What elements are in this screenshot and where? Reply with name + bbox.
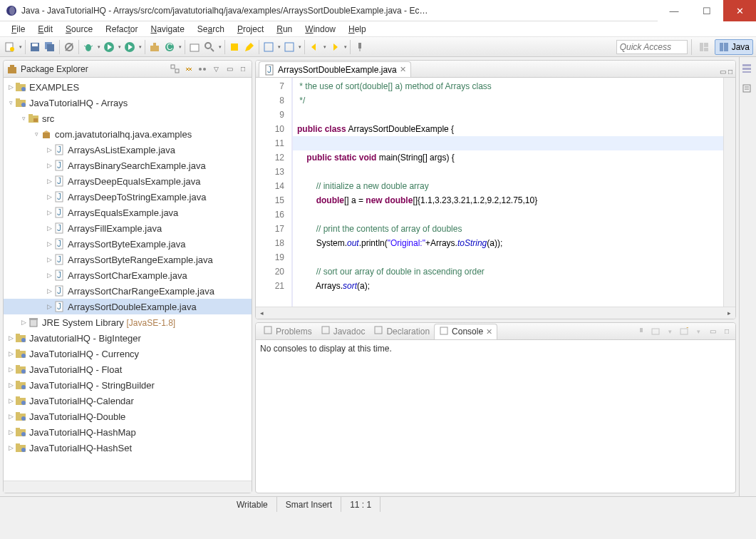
tree-item[interactable]: ▿com.javatutorialhq.java.examples xyxy=(4,126,252,142)
edit-button[interactable] xyxy=(242,39,257,55)
close-tab-button[interactable]: ✕ xyxy=(486,327,492,337)
run-button[interactable] xyxy=(102,39,116,55)
tree-item[interactable]: ▷JArraysAsListExample.java xyxy=(4,142,252,158)
tab-console[interactable]: Console✕ xyxy=(434,324,497,339)
tree-twisty[interactable]: ▷ xyxy=(45,146,53,153)
tree-item[interactable]: ▿JavaTutorialHQ - Arrays xyxy=(4,95,252,111)
tree-item[interactable]: ▷JavaTutorialHQ - StringBuilder xyxy=(4,377,252,393)
tree-item[interactable]: ▷JArraysEqualsExample.java xyxy=(4,205,252,220)
new-class-dropdown[interactable]: ▾ xyxy=(177,39,182,55)
link-editor-button[interactable] xyxy=(183,63,195,75)
tree-item[interactable]: ▷JavaTutorialHQ-Double xyxy=(4,409,252,424)
menu-window[interactable]: Window xyxy=(299,23,341,36)
menu-source[interactable]: Source xyxy=(60,23,98,36)
tree-item[interactable]: ▿src xyxy=(4,111,252,126)
code-area[interactable]: 789101112131415161718192021 * the use of… xyxy=(256,78,735,307)
new-button[interactable] xyxy=(3,39,17,55)
tree-twisty[interactable]: ▷ xyxy=(45,193,53,200)
scroll-left-button[interactable]: ◂ xyxy=(256,307,268,319)
save-all-button[interactable] xyxy=(43,39,57,55)
horizontal-scrollbar[interactable] xyxy=(4,481,252,493)
tree-twisty[interactable]: ▷ xyxy=(45,209,53,216)
open-perspective-button[interactable] xyxy=(695,39,713,55)
tree-twisty[interactable]: ▷ xyxy=(45,272,53,279)
tab-declaration[interactable]: Declaration xyxy=(369,324,434,339)
close-tab-button[interactable]: ✕ xyxy=(400,65,406,74)
annotation-next-dropdown[interactable]: ▾ xyxy=(297,39,302,55)
run-last-button[interactable] xyxy=(123,39,137,55)
forward-button[interactable] xyxy=(328,39,342,55)
tree-twisty[interactable]: ▷ xyxy=(45,240,53,247)
menu-edit[interactable]: Edit xyxy=(32,23,58,36)
tree-item[interactable]: ▷JavaTutorialHQ-HashMap xyxy=(4,424,252,440)
new-package-button[interactable] xyxy=(147,39,162,55)
tree-twisty[interactable]: ▷ xyxy=(45,162,53,169)
annotation-prev-button[interactable] xyxy=(262,39,276,55)
minimize-editor-button[interactable]: ▭ xyxy=(720,68,726,76)
tab-problems[interactable]: Problems xyxy=(259,324,316,339)
menu-help[interactable]: Help xyxy=(343,23,372,36)
maximize-editor-button[interactable]: □ xyxy=(728,68,732,76)
debug-dropdown[interactable]: ▾ xyxy=(96,39,101,55)
minimize-view-button[interactable]: ▭ xyxy=(224,63,235,75)
new-dropdown[interactable]: ▾ xyxy=(18,39,23,55)
console-dropdown[interactable]: ▾ xyxy=(664,326,675,337)
tree-item[interactable]: ▷JArraysSortCharRangeExample.java xyxy=(4,283,252,299)
toggle-mark-button[interactable] xyxy=(227,39,242,55)
tree-twisty[interactable]: ▿ xyxy=(6,99,15,106)
tree-item[interactable]: ▷JArraysFillExample.java xyxy=(4,220,252,236)
minimize-button[interactable]: — xyxy=(658,0,690,21)
outline-view-button[interactable] xyxy=(741,63,755,77)
display-console-button[interactable] xyxy=(650,326,661,337)
menu-file[interactable]: File xyxy=(6,23,31,36)
tree-twisty[interactable]: ▷ xyxy=(6,444,15,451)
menu-project[interactable]: Project xyxy=(232,23,269,36)
tree-item[interactable]: ▷JRE System Library [JavaSE-1.8] xyxy=(4,314,252,330)
save-button[interactable] xyxy=(28,39,42,55)
tree-item[interactable]: ▷JavaTutorialHQ-Calendar xyxy=(4,393,252,409)
package-tree[interactable]: ▷EXAMPLES▿JavaTutorialHQ - Arrays▿src▿co… xyxy=(4,78,252,481)
maximize-button[interactable]: ☐ xyxy=(690,0,723,21)
tree-item[interactable]: ▷JArraysSortByteRangeExample.java xyxy=(4,252,252,267)
maximize-view-button[interactable]: □ xyxy=(237,63,249,75)
quick-access-input[interactable] xyxy=(616,40,688,54)
tree-item[interactable]: ▷JavaTutorialHQ - Float xyxy=(4,361,252,377)
tree-twisty[interactable]: ▷ xyxy=(6,83,15,91)
tree-twisty[interactable]: ▷ xyxy=(19,319,28,326)
tree-twisty[interactable]: ▿ xyxy=(32,130,41,138)
tree-twisty[interactable]: ▷ xyxy=(45,225,53,232)
tree-twisty[interactable]: ▷ xyxy=(6,413,15,420)
menu-search[interactable]: Search xyxy=(192,23,230,36)
annotation-next-button[interactable] xyxy=(282,39,296,55)
menu-run[interactable]: Run xyxy=(271,23,298,36)
code-text[interactable]: * the use of sort(double[] a) method of … xyxy=(293,78,723,307)
debug-button[interactable] xyxy=(81,39,95,55)
tree-item[interactable]: ▷JavaTutorialHQ-HashSet xyxy=(4,440,252,456)
editor-horizontal-scrollbar[interactable]: ◂ ▸ xyxy=(256,307,735,319)
tree-twisty[interactable]: ▷ xyxy=(45,256,53,263)
editor-tab-active[interactable]: J ArraysSortDoubleExample.java ✕ xyxy=(259,61,411,77)
java-perspective-button[interactable]: Java xyxy=(715,39,753,55)
tree-twisty[interactable]: ▷ xyxy=(6,381,15,389)
new-console-button[interactable]: + xyxy=(678,326,690,337)
search-button[interactable] xyxy=(202,39,217,55)
search-dropdown[interactable]: ▾ xyxy=(217,39,222,55)
back-button[interactable] xyxy=(307,39,321,55)
run-dropdown[interactable]: ▾ xyxy=(117,39,122,55)
tree-twisty[interactable]: ▷ xyxy=(6,350,15,357)
collapse-all-button[interactable] xyxy=(170,63,181,75)
tree-item[interactable]: ▷JavatutorialHQ - BigInteger xyxy=(4,330,252,346)
tree-twisty[interactable]: ▷ xyxy=(45,287,53,294)
tree-twisty[interactable]: ▷ xyxy=(6,334,15,342)
back-dropdown[interactable]: ▾ xyxy=(322,39,327,55)
new-class-button[interactable]: C xyxy=(162,39,177,55)
tree-item[interactable]: ▷JArraysSortByteExample.java xyxy=(4,236,252,252)
menu-navigate[interactable]: Navigate xyxy=(145,23,190,36)
pin-button[interactable] xyxy=(353,39,367,55)
tree-twisty[interactable]: ▷ xyxy=(6,397,15,404)
tree-twisty[interactable]: ▷ xyxy=(45,178,53,185)
tree-twisty[interactable]: ▷ xyxy=(6,366,15,373)
view-menu-button[interactable]: ▽ xyxy=(210,63,222,75)
task-list-button[interactable] xyxy=(741,83,755,97)
tree-item[interactable]: ▷JArraysDeepToStringExample.java xyxy=(4,189,252,205)
